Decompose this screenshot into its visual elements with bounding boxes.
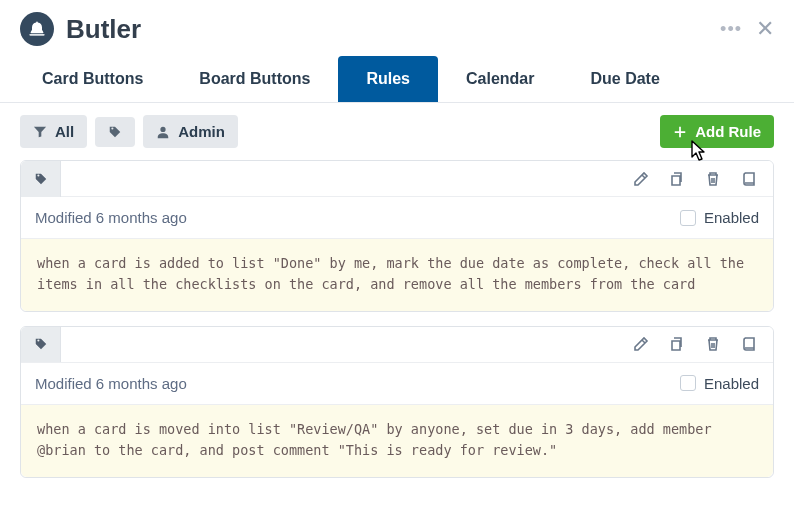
funnel-icon — [33, 125, 47, 139]
edit-button[interactable] — [631, 334, 651, 354]
tag-icon — [34, 337, 48, 351]
tab-board-buttons[interactable]: Board Buttons — [171, 56, 338, 102]
tab-bar: Card Buttons Board Buttons Rules Calenda… — [0, 56, 794, 103]
enabled-label: Enabled — [704, 375, 759, 392]
enabled-toggle[interactable]: Enabled — [680, 375, 759, 392]
tab-rules[interactable]: Rules — [338, 56, 438, 102]
copy-button[interactable] — [667, 169, 687, 189]
tag-icon — [34, 172, 48, 186]
bell-icon — [27, 19, 47, 39]
rule-modified-text: Modified 6 months ago — [35, 375, 187, 392]
title-bar: Butler ••• ✕ — [0, 0, 794, 52]
app-title: Butler — [66, 14, 141, 45]
filter-tag-button[interactable] — [95, 117, 135, 147]
rule-description: when a card is added to list "Done" by m… — [21, 239, 773, 311]
book-icon — [741, 171, 757, 187]
filter-admin-label: Admin — [178, 123, 225, 140]
toolbar: All Admin Add Rule — [0, 103, 794, 160]
pencil-icon — [633, 336, 649, 352]
close-icon[interactable]: ✕ — [756, 18, 774, 40]
rule-tag-button[interactable] — [21, 326, 61, 362]
log-button[interactable] — [739, 169, 759, 189]
tab-due-date[interactable]: Due Date — [562, 56, 687, 102]
rule-modified-text: Modified 6 months ago — [35, 209, 187, 226]
rule-card: Modified 6 months ago Enabled when a car… — [20, 160, 774, 312]
delete-button[interactable] — [703, 334, 723, 354]
rule-tag-button[interactable] — [21, 161, 61, 197]
enabled-label: Enabled — [704, 209, 759, 226]
enabled-toggle[interactable]: Enabled — [680, 209, 759, 226]
delete-button[interactable] — [703, 169, 723, 189]
app-logo — [20, 12, 54, 46]
book-icon — [741, 336, 757, 352]
edit-button[interactable] — [631, 169, 651, 189]
filter-all-label: All — [55, 123, 74, 140]
checkbox-icon — [680, 375, 696, 391]
copy-icon — [669, 171, 685, 187]
plus-icon — [673, 125, 687, 139]
copy-icon — [669, 336, 685, 352]
filter-admin-button[interactable]: Admin — [143, 115, 238, 148]
more-menu-icon[interactable]: ••• — [720, 20, 742, 38]
tag-icon — [108, 125, 122, 139]
checkbox-icon — [680, 210, 696, 226]
copy-button[interactable] — [667, 334, 687, 354]
trash-icon — [705, 171, 721, 187]
add-rule-label: Add Rule — [695, 123, 761, 140]
tab-card-buttons[interactable]: Card Buttons — [14, 56, 171, 102]
log-button[interactable] — [739, 334, 759, 354]
add-rule-button[interactable]: Add Rule — [660, 115, 774, 148]
tab-calendar[interactable]: Calendar — [438, 56, 562, 102]
rule-description: when a card is moved into list "Review/Q… — [21, 405, 773, 477]
person-icon — [156, 125, 170, 139]
trash-icon — [705, 336, 721, 352]
rule-card: Modified 6 months ago Enabled when a car… — [20, 326, 774, 478]
filter-all-button[interactable]: All — [20, 115, 87, 148]
app-window: Butler ••• ✕ Card Buttons Board Buttons … — [0, 0, 794, 506]
pencil-icon — [633, 171, 649, 187]
